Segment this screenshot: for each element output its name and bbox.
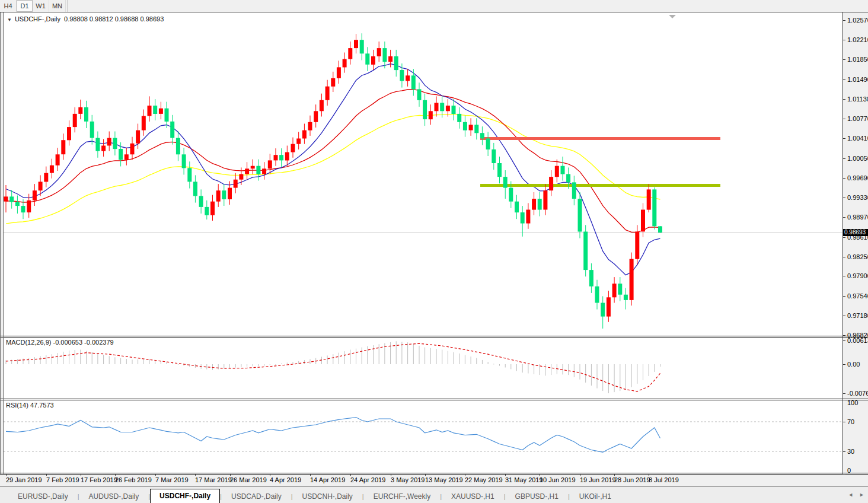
date-axis-tick <box>649 474 649 476</box>
macd-histogram-bar <box>660 364 660 367</box>
candle-body <box>90 122 94 138</box>
macd-histogram-bar <box>172 363 173 364</box>
macd-histogram-bar <box>97 354 98 364</box>
macd-histogram-bar <box>103 355 104 364</box>
mt4-window: H4 D1 W1 MN 1.025701.022101.018501.01490… <box>0 0 868 503</box>
price-axis-tick <box>843 40 845 40</box>
date-axis-label: 17 Feb 2019 <box>81 476 117 483</box>
macd-histogram-bar <box>390 342 391 364</box>
macd-histogram-bar <box>120 358 121 364</box>
candle-body <box>612 284 617 297</box>
chart-tab-eurusd-daily[interactable]: EURUSD-,Daily <box>8 490 78 503</box>
macd-histogram-bar <box>476 358 477 364</box>
macd-histogram-bar <box>459 354 459 364</box>
macd-histogram-bar <box>23 359 24 364</box>
chart-tab-eurchf-weekly[interactable]: EURCHF-,Weekly <box>364 490 440 503</box>
candle-body <box>521 212 525 224</box>
candle-body <box>549 177 553 190</box>
chart-tab-audusd-daily[interactable]: AUDUSD-,Daily <box>79 490 149 503</box>
date-axis-tick <box>391 474 391 476</box>
candle-body <box>119 149 123 160</box>
chart-tab-gbpusd-h1[interactable]: GBPUSD-,H1 <box>506 490 568 503</box>
candle-body <box>382 48 387 62</box>
tab-scroll-buttons: ◄ ► <box>848 491 864 499</box>
candle-body <box>113 138 117 149</box>
macd-histogram-bar <box>339 353 339 364</box>
date-axis-label: 26 Mar 2019 <box>230 476 267 483</box>
tab-scroll-left-icon[interactable]: ◄ <box>848 491 853 499</box>
candle-body <box>50 165 54 173</box>
candle-body <box>331 78 335 87</box>
macd-histogram-bar <box>69 351 69 364</box>
candle-body <box>320 100 324 112</box>
macd-histogram-bar <box>413 344 414 364</box>
chart-tab-usdcad-daily[interactable]: USDCAD-,Daily <box>222 490 291 503</box>
candle-body <box>589 270 593 286</box>
macd-histogram-bar <box>241 364 241 367</box>
tab-scroll-right-icon[interactable]: ► <box>859 491 864 499</box>
candle-body <box>652 189 656 226</box>
candle-body <box>572 182 576 199</box>
price-axis-label: 0.99690 <box>847 174 868 182</box>
date-axis-label: 4 Apr 2019 <box>270 476 301 483</box>
price-pane-bg <box>3 12 843 336</box>
date-axis-tick <box>614 474 615 476</box>
candle-body <box>153 106 157 114</box>
candle-body <box>595 286 599 303</box>
macd-histogram-bar <box>557 364 557 374</box>
macd-histogram-bar <box>28 358 29 364</box>
macd-histogram-bar <box>608 364 609 393</box>
candle-body <box>474 125 478 133</box>
macd-histogram-bar <box>34 357 35 364</box>
price-axis-label: 1.01130 <box>847 95 868 103</box>
price-axis-label: 1.00410 <box>847 135 868 142</box>
macd-histogram-bar <box>448 351 448 364</box>
candle-body <box>423 100 427 119</box>
price-axis-label: 1.02210 <box>847 36 868 43</box>
chart-tab-bar: EURUSD-,Daily|AUDUSD-,Daily|USDCHF-,Dail… <box>0 486 868 503</box>
chart-tab-usdchf-daily[interactable]: USDCHF-,Daily <box>150 489 220 503</box>
macd-histogram-bar <box>614 364 615 392</box>
chart-canvas[interactable]: 1.025701.022101.018501.014901.011301.007… <box>0 0 868 486</box>
candle-body <box>435 103 439 111</box>
macd-axis-label: 0.00 <box>847 361 860 368</box>
price-axis-tick <box>843 335 845 336</box>
price-axis-tick <box>843 316 845 316</box>
chart-tab-usdcnh-daily[interactable]: USDCNH-,Daily <box>293 490 362 503</box>
macd-histogram-bar <box>436 349 437 364</box>
candle-body <box>142 116 146 130</box>
pane-separator <box>0 474 868 475</box>
candle-body <box>457 114 461 122</box>
price-axis-label: 0.97180 <box>847 312 868 319</box>
macd-histogram-bar <box>17 359 18 364</box>
macd-histogram-bar <box>276 364 276 365</box>
macd-histogram-bar <box>224 364 224 369</box>
rsi-axis-tick <box>843 400 845 400</box>
rsi-axis-label: 70 <box>847 418 854 425</box>
macd-histogram-bar <box>654 364 655 372</box>
chart-tab-xauusd-h1[interactable]: XAUUSD-,H1 <box>442 490 504 503</box>
candle-body <box>503 177 508 188</box>
candle-body <box>543 190 547 209</box>
macd-histogram-bar <box>643 364 643 380</box>
rsi-axis-tick <box>843 422 845 422</box>
macd-histogram-bar <box>333 354 333 364</box>
chart-tab-ukoil-h1[interactable]: UKOil-,H1 <box>570 490 621 503</box>
price-axis-label: 1.01490 <box>847 76 868 83</box>
candle-body <box>15 202 20 206</box>
macd-histogram-bar <box>229 364 230 368</box>
candle-body <box>440 103 444 111</box>
candle-body <box>624 295 628 300</box>
macd-histogram-bar <box>253 364 253 366</box>
collapse-chart-icon[interactable]: ▼ <box>7 17 12 23</box>
candle-body <box>187 168 192 182</box>
candle-body <box>262 168 266 174</box>
macd-histogram-bar <box>379 344 379 364</box>
macd-histogram-bar <box>178 364 178 365</box>
macd-histogram-bar <box>430 348 431 364</box>
current-price-line <box>4 233 843 233</box>
macd-histogram-bar <box>270 364 270 365</box>
candle-body <box>148 106 152 116</box>
candle-body <box>618 284 622 295</box>
candle-body <box>159 109 163 114</box>
